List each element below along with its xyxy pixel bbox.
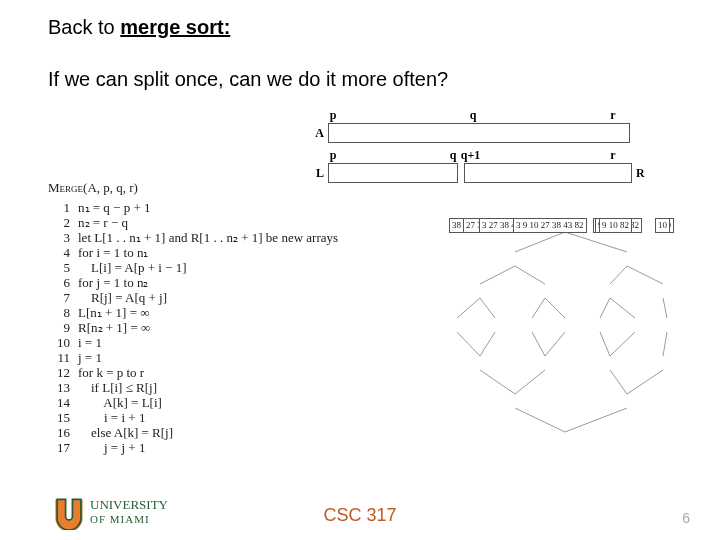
line-number: 7 — [48, 290, 78, 305]
line-stmt: R[j] = A[q + j] — [78, 290, 167, 305]
line-number: 13 — [48, 380, 78, 395]
logo-line2: OF MIAMI — [90, 512, 168, 526]
pseudocode-line: 5 L[i] = A[p + i − 1] — [48, 260, 388, 275]
pseudocode-line: 16 else A[k] = R[j] — [48, 425, 388, 440]
pseudocode-line: 10i = 1 — [48, 335, 388, 350]
svg-line-24 — [515, 408, 565, 432]
line-stmt: n₂ = r − q — [78, 215, 128, 230]
line-stmt: A[k] = L[i] — [78, 395, 162, 410]
university-logo: UNIVERSITY OF MIAMI — [52, 496, 212, 530]
tree-node: 38 — [449, 218, 464, 233]
proc-args: (A, p, q, r) — [83, 180, 138, 195]
slide-title: Back to merge sort: — [48, 16, 230, 39]
pseudocode-line: 17 j = j + 1 — [48, 440, 388, 455]
svg-line-7 — [480, 298, 495, 318]
line-number: 6 — [48, 275, 78, 290]
array-R-box — [464, 163, 632, 183]
array-A-label: A — [300, 126, 328, 141]
svg-line-12 — [663, 298, 667, 318]
svg-line-15 — [532, 332, 545, 356]
line-number: 9 — [48, 320, 78, 335]
line-number: 16 — [48, 425, 78, 440]
svg-line-0 — [515, 232, 565, 252]
svg-line-21 — [515, 370, 545, 394]
pseudocode-line: 14 A[k] = L[i] — [48, 395, 388, 410]
footer-page: 6 — [682, 510, 690, 526]
line-number: 5 — [48, 260, 78, 275]
idx-r: r — [608, 108, 618, 122]
line-stmt: for j = 1 to n₂ — [78, 275, 148, 290]
line-number: 2 — [48, 215, 78, 230]
svg-line-3 — [515, 266, 545, 284]
svg-line-18 — [610, 332, 635, 356]
svg-line-22 — [610, 370, 627, 394]
logo-text: UNIVERSITY OF MIAMI — [90, 498, 168, 526]
line-stmt: i = 1 — [78, 335, 102, 350]
svg-line-1 — [565, 232, 627, 252]
pseudocode-line: 3let L[1 . . n₁ + 1] and R[1 . . n₂ + 1]… — [48, 230, 388, 245]
um-u-icon — [52, 496, 86, 530]
svg-line-19 — [663, 332, 667, 356]
svg-line-20 — [480, 370, 515, 394]
svg-line-25 — [565, 408, 627, 432]
line-stmt: L[i] = A[p + i − 1] — [78, 260, 187, 275]
line-stmt: n₁ = q − p + 1 — [78, 200, 151, 215]
line-number: 14 — [48, 395, 78, 410]
line-number: 3 — [48, 230, 78, 245]
svg-line-9 — [545, 298, 565, 318]
line-stmt: let L[1 . . n₁ + 1] and R[1 . . n₂ + 1] … — [78, 230, 338, 245]
svg-line-10 — [600, 298, 610, 318]
svg-line-8 — [532, 298, 545, 318]
array-L-label: L — [300, 166, 328, 181]
pseudocode-line: 8L[n₁ + 1] = ∞ — [48, 305, 388, 320]
line-number: 8 — [48, 305, 78, 320]
line-stmt: i = i + 1 — [78, 410, 145, 425]
tree-node: 10 — [655, 218, 670, 233]
idx-p2: p — [328, 148, 338, 162]
svg-line-13 — [457, 332, 480, 356]
slide: Back to merge sort: If we can split once… — [0, 0, 720, 540]
svg-line-5 — [627, 266, 663, 284]
svg-line-2 — [480, 266, 515, 284]
line-number: 17 — [48, 440, 78, 455]
idx-r2: r — [608, 148, 618, 162]
svg-line-16 — [545, 332, 565, 356]
title-text-bold: merge sort: — [120, 16, 230, 38]
pseudocode-line: 11j = 1 — [48, 350, 388, 365]
line-stmt: for k = p to r — [78, 365, 144, 380]
tree-node: 3 9 10 27 38 43 82 — [513, 218, 587, 233]
pseudocode-line: 9R[n₂ + 1] = ∞ — [48, 320, 388, 335]
idx-p: p — [328, 108, 338, 122]
line-stmt: R[n₂ + 1] = ∞ — [78, 320, 150, 335]
idx-qp1: q+1 — [458, 148, 483, 162]
line-number: 1 — [48, 200, 78, 215]
pseudocode-line: 7 R[j] = A[q + j] — [48, 290, 388, 305]
title-text-plain: Back to — [48, 16, 120, 38]
line-number: 12 — [48, 365, 78, 380]
pseudocode-line: 12for k = p to r — [48, 365, 388, 380]
proc-heading: Merge(A, p, q, r) — [48, 180, 388, 196]
idx-q: q — [468, 108, 478, 122]
pseudocode-line: 1n₁ = q − p + 1 — [48, 200, 388, 215]
svg-line-17 — [600, 332, 610, 356]
merge-sort-tree: 38 27 43 3 9 82 10 38 27 43 3 9 82 10 38… — [435, 218, 695, 468]
pseudocode-line: 6for j = 1 to n₂ — [48, 275, 388, 290]
line-stmt: for i = 1 to n₁ — [78, 245, 148, 260]
line-stmt: L[n₁ + 1] = ∞ — [78, 305, 150, 320]
logo-line1: UNIVERSITY — [90, 498, 168, 512]
slide-subtitle: If we can split once, can we do it more … — [48, 68, 448, 91]
line-stmt: if L[i] ≤ R[j] — [78, 380, 157, 395]
array-A-box — [328, 123, 630, 143]
merge-pseudocode: Merge(A, p, q, r) 1n₁ = q − p + 12n₂ = r… — [48, 180, 388, 455]
svg-line-23 — [627, 370, 663, 394]
pseudocode-line: 2n₂ = r − q — [48, 215, 388, 230]
tree-node: 9 10 82 — [599, 218, 632, 233]
idx-q2: q — [448, 148, 458, 162]
svg-line-14 — [480, 332, 495, 356]
pseudocode-line: 13 if L[i] ≤ R[j] — [48, 380, 388, 395]
tree-edges — [435, 218, 695, 468]
svg-line-4 — [610, 266, 627, 284]
line-number: 11 — [48, 350, 78, 365]
line-number: 4 — [48, 245, 78, 260]
line-number: 10 — [48, 335, 78, 350]
